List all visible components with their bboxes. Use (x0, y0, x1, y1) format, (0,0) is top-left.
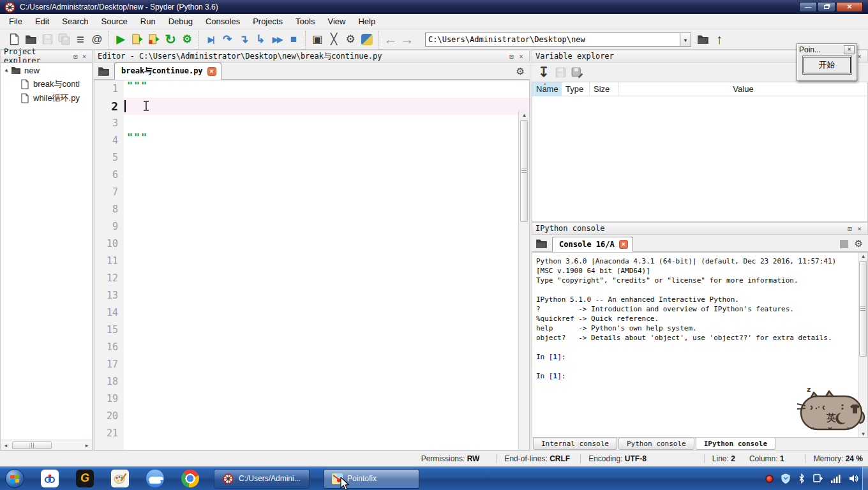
run-button[interactable]: ▶ (112, 31, 129, 48)
dropdown-arrow-icon[interactable]: ▾ (680, 33, 691, 47)
expand-triangle-icon[interactable]: ▼ (3, 66, 11, 74)
code-line[interactable] (124, 201, 529, 218)
column-header-name[interactable]: Name (532, 82, 562, 96)
code-line[interactable] (124, 149, 529, 167)
preferences-button[interactable]: ⚙ (342, 31, 359, 48)
code-line[interactable] (124, 218, 529, 235)
code-line[interactable] (124, 167, 529, 184)
project-file-item[interactable]: break与conti (1, 77, 92, 91)
close-pane-icon[interactable]: × (516, 52, 526, 61)
line-number[interactable]: 9 (94, 218, 124, 235)
browse-tabs-button[interactable] (533, 235, 550, 251)
step-button[interactable]: ↷ (219, 31, 236, 48)
code-line[interactable] (124, 270, 529, 287)
taskbar-netdisk-icon[interactable] (40, 469, 59, 488)
close-button[interactable]: ✕ (836, 2, 863, 12)
line-number[interactable]: 12 (94, 270, 124, 287)
forward-button[interactable]: → (399, 31, 415, 48)
code-line[interactable] (124, 304, 529, 322)
scrollbar-thumb[interactable] (520, 120, 528, 222)
code-line[interactable] (124, 253, 529, 270)
run-configuration-button[interactable]: ⚙ (179, 31, 195, 48)
column-header-value[interactable]: Value (619, 82, 867, 96)
bluetooth-tray-icon[interactable] (798, 473, 805, 484)
menu-edit[interactable]: Edit (29, 15, 56, 27)
code-line[interactable] (124, 98, 529, 115)
menu-help[interactable]: Help (352, 15, 382, 27)
console-options-gear-icon[interactable]: ⚙ (855, 238, 863, 249)
code-line[interactable] (124, 408, 529, 425)
interrupt-kernel-icon[interactable] (840, 240, 848, 248)
menu-file[interactable]: File (3, 15, 29, 27)
menu-run[interactable]: Run (134, 15, 162, 27)
column-header-size[interactable]: Size (590, 82, 619, 96)
close-pane-icon[interactable]: × (80, 52, 89, 61)
browse-tabs-button[interactable] (95, 63, 112, 78)
open-file-button[interactable] (22, 31, 39, 48)
scroll-up-icon[interactable]: ▴ (519, 110, 530, 118)
code-line[interactable]: """ (124, 132, 529, 149)
menu-consoles[interactable]: Consoles (199, 15, 246, 27)
line-number[interactable]: 17 (94, 356, 124, 373)
symbol-finder-button[interactable]: @ (89, 31, 105, 48)
network-tray-icon[interactable] (812, 473, 823, 484)
parent-directory-button[interactable]: ↑ (711, 31, 728, 48)
close-tab-icon[interactable]: × (207, 67, 216, 76)
taskbar-browser-icon[interactable] (146, 469, 165, 488)
line-number[interactable]: 21 (94, 425, 124, 442)
scroll-right-icon[interactable]: ▸ (82, 442, 92, 449)
pointofix-title-bar[interactable]: Poin... ✕ (797, 44, 857, 56)
python-path-button[interactable] (359, 31, 375, 48)
pointofix-close-icon[interactable]: ✕ (844, 45, 855, 54)
code-line[interactable] (124, 115, 529, 132)
new-file-button[interactable] (6, 31, 22, 48)
code-lines[interactable]: """""" (124, 80, 529, 450)
taskbar-chrome-icon[interactable] (181, 469, 200, 488)
project-horizontal-scrollbar[interactable]: ◂ ▸ (1, 440, 92, 450)
import-data-button[interactable]: ↧ (535, 64, 552, 80)
restore-button[interactable] (818, 2, 835, 12)
scroll-up-icon[interactable]: ▴ (858, 253, 868, 259)
editor-vertical-scrollbar[interactable]: ▴ (518, 110, 529, 450)
start-button[interactable] (5, 469, 24, 488)
back-button[interactable]: ← (382, 31, 399, 48)
show-desktop-button[interactable] (862, 467, 868, 490)
tab-ipython-console[interactable]: IPython console (696, 438, 775, 450)
float-pane-icon[interactable]: ⊡ (71, 52, 80, 61)
code-line[interactable] (124, 235, 529, 253)
menu-tools[interactable]: Tools (289, 15, 321, 27)
code-line[interactable] (124, 339, 529, 356)
line-number[interactable]: 4 (94, 132, 124, 149)
code-line[interactable] (124, 390, 529, 408)
run-cell-button[interactable] (129, 31, 146, 48)
code-line[interactable] (124, 184, 529, 201)
editor-options-gear-icon[interactable]: ⚙ (516, 66, 525, 77)
code-line[interactable] (124, 287, 529, 304)
code-line[interactable] (124, 425, 529, 442)
project-root-folder[interactable]: ▼ new (1, 63, 92, 77)
continue-button[interactable]: ▶▶ (269, 31, 285, 48)
minimize-button[interactable]: — (799, 2, 817, 12)
menu-view[interactable]: View (321, 15, 352, 27)
float-pane-icon[interactable]: ⊡ (507, 52, 516, 61)
tab-python-console[interactable]: Python console (618, 438, 694, 450)
step-into-button[interactable]: ↴ (236, 31, 252, 48)
menu-projects[interactable]: Projects (246, 15, 289, 27)
ime-cat-sticker[interactable]: z z 英 (797, 384, 867, 436)
rerun-cell-button[interactable]: ↻ (162, 31, 179, 48)
line-number[interactable]: 5 (94, 149, 124, 167)
line-number[interactable]: 11 (94, 253, 124, 270)
maximize-pane-button[interactable]: ▣ (309, 31, 326, 48)
line-number[interactable]: 16 (94, 339, 124, 356)
code-line[interactable] (124, 322, 529, 339)
menu-search[interactable]: Search (56, 15, 94, 27)
scroll-left-icon[interactable]: ◂ (1, 442, 11, 449)
code-line[interactable]: """ (124, 80, 529, 98)
debug-button[interactable]: ▶| (202, 31, 219, 48)
file-switcher-button[interactable]: ≡ (72, 31, 89, 48)
working-directory-input[interactable] (425, 33, 680, 47)
line-number[interactable]: 6 (94, 167, 124, 184)
menu-debug[interactable]: Debug (162, 15, 199, 27)
column-header-type[interactable]: Type (562, 82, 590, 96)
console-tab[interactable]: Console 16/A × (552, 237, 633, 252)
